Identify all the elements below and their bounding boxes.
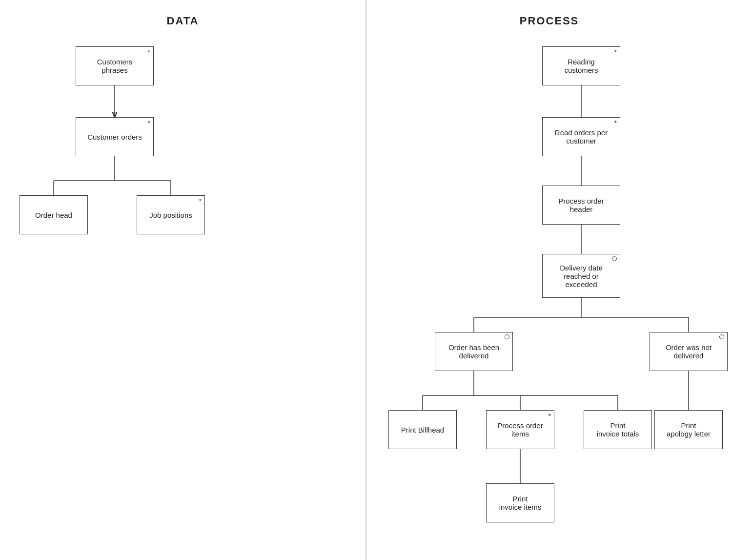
label-process-order-items: Process orderitems [497,421,543,438]
node-order-not-delivered: Order was notdelivered [650,332,728,371]
label-job-positions: Job positions [149,211,192,219]
star-customers-phrases: * [148,48,150,56]
node-print-billhead: Print Billhead [388,410,457,449]
node-reading-customers: * Readingcustomers [542,46,620,85]
node-process-order-items: * Process orderitems [486,410,554,449]
node-order-head: Order head [20,195,88,234]
label-print-billhead: Print Billhead [401,426,444,434]
label-customer-orders: Customer orders [87,133,142,141]
label-print-invoice-totals: Printinvoice totals [597,421,639,438]
node-process-order-header: Process orderheader [542,186,620,225]
label-print-invoice-items: Printinvoice items [499,495,542,511]
label-process-order-header: Process orderheader [558,197,604,213]
star-customer-orders: * [148,119,150,127]
label-print-apology-letter: Printapology letter [667,421,711,438]
left-panel: DATA * Customersphrases * [0,0,366,560]
node-print-apology-letter: Printapology letter [654,410,723,449]
node-job-positions: * Job positions [137,195,205,234]
left-panel-lines [0,0,366,560]
node-delivery-date: Delivery datereached orexceeded [542,254,620,298]
star-job-positions: * [199,197,202,205]
label-order-delivered: Order has beendelivered [448,343,499,360]
right-panel: PROCESS [366,0,732,560]
left-panel-title: DATA [0,15,366,27]
star-process-order-items: * [549,412,551,420]
circle-delivery-date [612,256,617,261]
node-print-invoice-totals: Printinvoice totals [584,410,652,449]
node-print-invoice-items: Printinvoice items [486,483,554,522]
label-reading-customers: Readingcustomers [564,58,598,74]
circle-order-not-delivered [719,334,724,339]
node-customer-orders: * Customer orders [76,117,154,156]
circle-order-delivered [505,334,509,339]
label-order-head: Order head [35,211,72,219]
right-panel-title: PROCESS [366,15,732,27]
node-order-delivered: Order has beendelivered [435,332,513,371]
diagram-container: DATA * Customersphrases * [0,0,732,560]
label-customers-phrases: Customersphrases [97,58,133,74]
node-read-orders: * Read orders percustomer [542,117,620,156]
label-read-orders: Read orders percustomer [555,128,608,145]
label-order-not-delivered: Order was notdelivered [666,343,712,360]
star-read-orders: * [614,119,617,127]
star-reading-customers: * [614,48,617,56]
label-delivery-date: Delivery datereached orexceeded [560,264,603,289]
node-customers-phrases: * Customersphrases [76,46,154,85]
